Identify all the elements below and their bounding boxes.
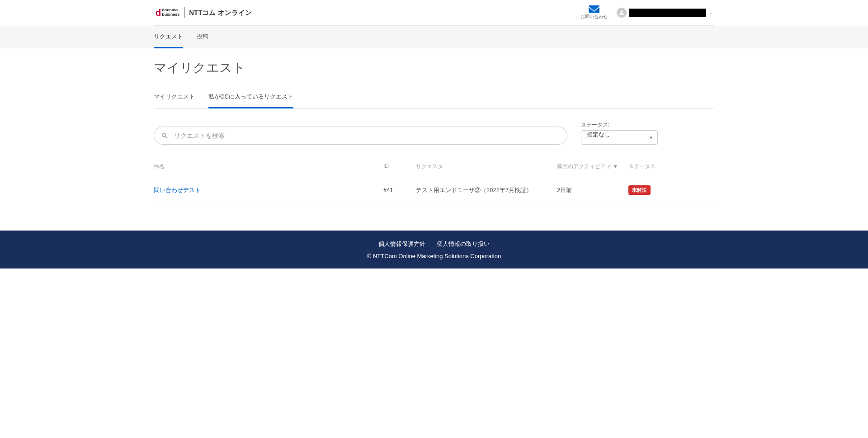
header: d docomo business NTTコム オンライン お問い合わせ	[154, 0, 714, 26]
logo-d-icon: d	[156, 8, 161, 17]
requests-table: 件名 ID リクエスタ 前回のアクティビティ ▼ ステータス 問い合わせテスト …	[154, 163, 714, 203]
user-name-redacted	[629, 9, 706, 17]
chevron-down-icon: ⌄	[709, 10, 712, 15]
page-title: マイリクエスト	[154, 59, 714, 76]
logo-divider	[184, 7, 184, 18]
footer-link-privacy[interactable]: 個人情報保護方針	[378, 240, 425, 247]
nav-tab-requests[interactable]: リクエスト	[154, 26, 183, 48]
col-header-subject[interactable]: 件名	[154, 163, 383, 170]
footer-link-personal-info[interactable]: 個人情報の取り扱い	[437, 240, 490, 247]
subtab-cc-requests[interactable]: 私がCCに入っているリクエスト	[208, 93, 293, 108]
avatar-icon	[617, 8, 627, 18]
row-subject-link[interactable]: 問い合わせテスト	[154, 186, 383, 194]
search-icon	[161, 132, 168, 139]
docomo-logo: d docomo business	[156, 8, 179, 17]
mail-icon	[589, 5, 599, 13]
logo-area[interactable]: d docomo business NTTコム オンライン	[156, 7, 252, 18]
table-header: 件名 ID リクエスタ 前回のアクティビティ ▼ ステータス	[154, 163, 714, 177]
table-row: 問い合わせテスト #41 テスト用エンドユーザ②（2022年7月検証） 2日前 …	[154, 177, 714, 203]
main-content: マイリクエスト マイリクエスト 私がCCに入っているリクエスト ステータス: 指…	[154, 48, 714, 231]
user-menu[interactable]: ⌄	[617, 8, 712, 18]
subtab-label: マイリクエスト	[154, 93, 195, 100]
col-header-status[interactable]: ステータス	[628, 163, 660, 170]
footer: 個人情報保護方針 個人情報の取り扱い © NTTCom Online Marke…	[0, 231, 868, 268]
contact-label: お問い合わせ	[580, 14, 608, 20]
col-header-id[interactable]: ID	[383, 163, 416, 170]
row-activity: 2日前	[557, 186, 628, 194]
subtab-label: 私がCCに入っているリクエスト	[208, 93, 293, 100]
col-header-requester[interactable]: リクエスタ	[416, 163, 557, 170]
status-badge: 未解決	[628, 185, 651, 195]
row-status: 未解決	[628, 185, 660, 195]
nav-tab-label: 投稿	[197, 33, 208, 40]
subtab-my-requests[interactable]: マイリクエスト	[154, 93, 195, 108]
nav-tab-label: リクエスト	[154, 33, 183, 40]
nav-tab-posts[interactable]: 投稿	[197, 26, 208, 48]
row-requester: テスト用エンドユーザ②（2022年7月検証）	[416, 186, 557, 195]
row-id: #41	[383, 187, 416, 193]
status-filter-label: ステータス:	[581, 121, 658, 129]
footer-copyright: © NTTCom Online Marketing Solutions Corp…	[0, 253, 868, 259]
logo-prefix-bottom: business	[162, 13, 179, 17]
status-filter-select[interactable]: 指定なし	[581, 130, 658, 145]
nav-bar: リクエスト 投稿	[0, 26, 868, 48]
sub-tabs: マイリクエスト 私がCCに入っているリクエスト	[154, 93, 714, 108]
col-header-activity[interactable]: 前回のアクティビティ ▼	[557, 163, 628, 170]
status-filter-value: 指定なし	[587, 131, 610, 138]
contact-link[interactable]: お問い合わせ	[580, 5, 608, 20]
search-input[interactable]	[154, 127, 567, 145]
logo-main: NTTコム オンライン	[189, 9, 251, 17]
